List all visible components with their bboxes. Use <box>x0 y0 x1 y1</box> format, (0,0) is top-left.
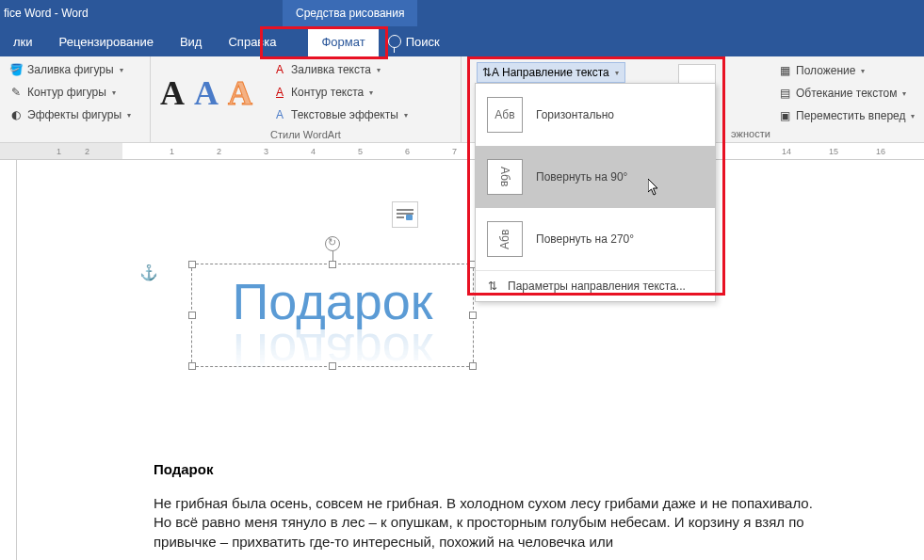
menu-item-rotate-90[interactable]: Абв Повернуть на 90° <box>476 146 715 208</box>
wordart-style-2[interactable]: А <box>194 73 219 113</box>
wordart-style-1[interactable]: А <box>160 73 185 113</box>
wordart-style-3[interactable]: А <box>228 73 252 113</box>
chevron-down-icon: ▾ <box>120 66 123 74</box>
text-effects-icon: A <box>272 107 287 122</box>
menu-item-rotate-270[interactable]: Абв Повернуть на 270° <box>476 208 715 270</box>
shape-fill-button[interactable]: 🪣Заливка фигуры▾ <box>6 59 134 80</box>
bring-forward-button[interactable]: ▣Переместить вперед▾ <box>774 105 918 126</box>
context-tab-drawing-tools[interactable]: Средства рисования <box>283 0 417 26</box>
rotate-handle[interactable] <box>325 236 340 251</box>
text-direction-icon: ⇅A <box>483 65 498 80</box>
window-title: fice Word - Word <box>0 7 89 20</box>
text-direction-options-icon: ⇅ <box>485 279 500 294</box>
tab-help[interactable]: Справка <box>215 26 289 56</box>
group-label-wordart: Стили WordArt <box>156 127 455 142</box>
chevron-down-icon: ▾ <box>911 112 915 120</box>
pencil-icon: ✎ <box>8 85 24 100</box>
shape-outline-button[interactable]: ✎Контур фигуры▾ <box>6 82 134 103</box>
chevron-down-icon: ▾ <box>369 88 373 97</box>
text-fill-icon: A <box>272 62 287 77</box>
chevron-down-icon: ▾ <box>902 89 906 98</box>
text-direction-menu: Абв Горизонтально Абв Повернуть на 90° А… <box>475 83 716 302</box>
chevron-down-icon: ▾ <box>404 111 408 120</box>
sample-rotate90-icon: Абв <box>487 159 523 195</box>
resize-handle-tl[interactable] <box>188 261 196 268</box>
menu-item-text-direction-options[interactable]: ⇅ Параметры направления текста... <box>476 270 715 301</box>
lightbulb-icon <box>388 35 401 48</box>
page: ⚓ Подарок Подарок Подарок Не грибная был… <box>36 179 865 560</box>
text-fill-button[interactable]: AЗаливка текста▾ <box>269 59 411 80</box>
wrap-text-button[interactable]: ▤Обтекание текстом▾ <box>774 83 918 104</box>
chevron-down-icon: ▾ <box>377 66 381 74</box>
effects-icon: ◐ <box>8 107 24 122</box>
tab-review[interactable]: Рецензирование <box>46 26 167 56</box>
paint-bucket-icon: 🪣 <box>8 62 24 77</box>
ribbon-group-arrange: ▦Положение▾ ▤Обтекание текстом▾ ▣Перемес… <box>769 56 924 143</box>
wordart-reflection: Подарок <box>192 323 473 381</box>
bring-forward-icon: ▣ <box>777 108 792 123</box>
position-button[interactable]: ▦Положение▾ <box>774 60 918 81</box>
ribbon-tabs: лки Рецензирование Вид Справка Формат По… <box>0 26 924 56</box>
chevron-down-icon: ▾ <box>112 88 116 97</box>
partial-group-label: эжности <box>731 128 770 139</box>
wordart-gallery[interactable]: А А А <box>156 59 256 127</box>
resize-handle-tm[interactable] <box>329 261 336 268</box>
text-outline-icon: A <box>272 85 287 100</box>
layout-options-button[interactable] <box>392 201 418 228</box>
resize-handle-bl[interactable] <box>188 362 196 370</box>
horizontal-ruler[interactable]: 2 1 1 2 3 4 5 6 7 14 15 16 <box>0 143 924 160</box>
text-outline-button[interactable]: AКонтур текста▾ <box>269 82 411 103</box>
resize-handle-br[interactable] <box>469 362 477 370</box>
anchor-icon[interactable]: ⚓ <box>139 264 158 281</box>
tab-view[interactable]: Вид <box>167 26 216 56</box>
wordart-selection-box[interactable]: Подарок Подарок <box>191 264 474 367</box>
resize-handle-ml[interactable] <box>188 312 196 319</box>
doc-heading[interactable]: Подарок <box>154 461 832 477</box>
tell-me-search[interactable]: Поиск <box>379 35 449 49</box>
sample-rotate270-icon: Абв <box>487 221 523 257</box>
sample-horizontal-icon: Абв <box>487 97 523 133</box>
text-direction-button[interactable]: ⇅A Направление текста ▾ <box>477 62 625 83</box>
resize-handle-mr[interactable] <box>469 312 477 319</box>
svg-rect-3 <box>406 215 413 220</box>
chevron-down-icon: ▾ <box>127 111 131 120</box>
tab-partial[interactable]: лки <box>0 26 46 56</box>
chevron-down-icon: ▾ <box>615 69 619 77</box>
ribbon-group-shape-styles: 🪣Заливка фигуры▾ ✎Контур фигуры▾ ◐Эффект… <box>0 56 151 142</box>
svg-rect-0 <box>397 209 413 211</box>
menu-item-horizontal[interactable]: Абв Горизонтально <box>476 84 715 146</box>
text-effects-button[interactable]: AТекстовые эффекты▾ <box>269 104 411 125</box>
shape-effects-button[interactable]: ◐Эффекты фигуры▾ <box>6 104 134 125</box>
chevron-down-icon: ▾ <box>861 67 865 75</box>
wrap-icon: ▤ <box>777 86 792 101</box>
tab-format[interactable]: Формат <box>308 26 378 56</box>
wordart-text[interactable]: Подарок <box>192 264 473 330</box>
svg-rect-1 <box>397 213 413 215</box>
position-icon: ▦ <box>777 63 792 78</box>
search-label: Поиск <box>406 35 440 49</box>
document-area: ⚓ Подарок Подарок Подарок Не грибная был… <box>17 160 924 560</box>
ribbon-group-wordart-styles: А А А AЗаливка текста▾ AКонтур текста▾ A… <box>151 56 462 142</box>
document-body[interactable]: Подарок Не грибная была осень, совсем не… <box>154 461 832 552</box>
svg-rect-2 <box>397 216 404 218</box>
doc-paragraph[interactable]: Не грибная была осень, совсем не грибная… <box>154 494 832 552</box>
vertical-ruler[interactable] <box>0 160 17 560</box>
title-bar: fice Word - Word Средства рисования <box>0 0 924 26</box>
resize-handle-bm[interactable] <box>329 362 336 370</box>
